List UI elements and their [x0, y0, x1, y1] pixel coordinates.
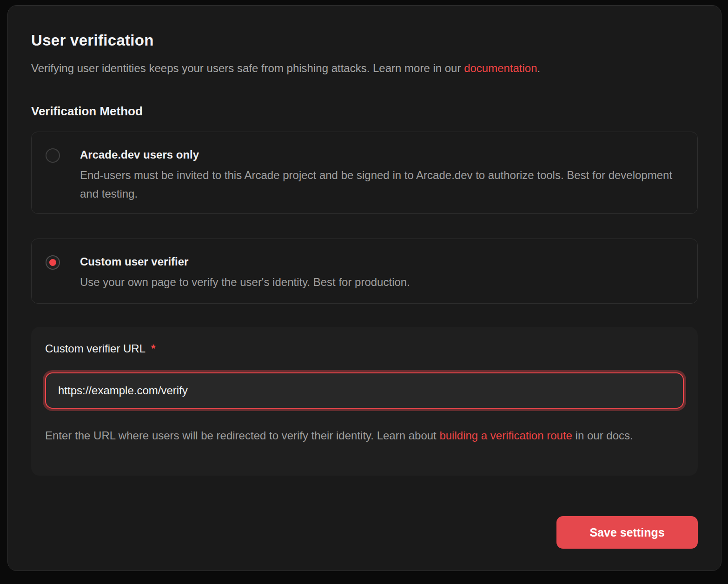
radio-arcade-users-icon[interactable]	[46, 148, 60, 163]
user-verification-card: User verification Verifying user identit…	[7, 5, 721, 571]
option-description: Use your own page to verify the user's i…	[80, 273, 410, 292]
documentation-link[interactable]: documentation	[464, 62, 537, 74]
page-title: User verification	[31, 32, 698, 49]
option-arcade-users[interactable]: Arcade.dev users only End-users must be …	[31, 132, 698, 214]
verification-method-heading: Verification Method	[31, 104, 698, 118]
url-help-text: Enter the URL where users will be redire…	[45, 426, 640, 445]
option-label: Custom user verifier	[80, 254, 410, 269]
custom-verifier-url-input[interactable]	[45, 372, 684, 409]
page-subtitle: Verifying user identities keeps your use…	[31, 61, 698, 75]
option-description: End-users must be invited to this Arcade…	[80, 166, 683, 203]
custom-verifier-url-label: Custom verifier URL*	[45, 342, 684, 356]
radio-selected-dot-icon	[49, 259, 56, 266]
subtitle-period: .	[537, 62, 541, 74]
actions-row: Save settings	[31, 516, 698, 549]
subtitle-text: Verifying user identities keeps your use…	[31, 62, 464, 74]
field-label-text: Custom verifier URL	[45, 342, 146, 355]
option-label: Arcade.dev users only	[80, 147, 683, 162]
option-arcade-users-text: Arcade.dev users only End-users must be …	[80, 147, 683, 213]
verification-route-link[interactable]: building a verification route	[439, 429, 572, 442]
radio-custom-verifier-icon[interactable]	[46, 255, 60, 270]
help-text-prefix: Enter the URL where users will be redire…	[45, 429, 439, 442]
custom-verifier-url-panel: Custom verifier URL* Enter the URL where…	[31, 327, 698, 476]
save-settings-button[interactable]: Save settings	[556, 516, 698, 549]
required-asterisk: *	[151, 342, 155, 355]
option-custom-verifier-text: Custom user verifier Use your own page t…	[80, 254, 410, 303]
option-custom-verifier[interactable]: Custom user verifier Use your own page t…	[31, 239, 698, 304]
help-text-suffix: in our docs.	[572, 429, 633, 442]
